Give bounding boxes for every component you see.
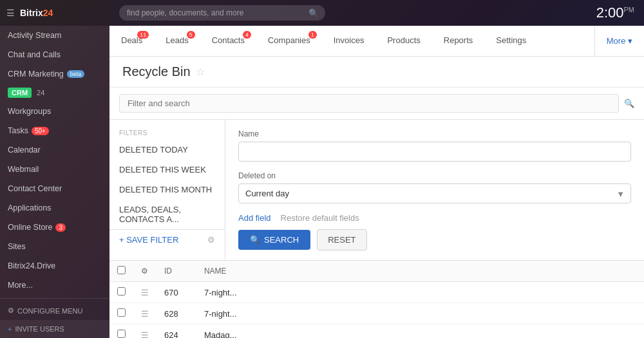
- filter-fields-panel: Name Deleted on Current day This week Th…: [225, 120, 644, 260]
- sidebar-item-chat-calls[interactable]: Chat and Calls: [0, 45, 109, 64]
- row-checkbox[interactable]: [117, 287, 126, 296]
- filter-section-title: FILTERS: [109, 126, 225, 140]
- reset-button[interactable]: RESET: [317, 229, 366, 250]
- row-menu-icon[interactable]: ☰: [141, 288, 149, 297]
- sidebar-item-bitrix24-drive[interactable]: Bitrix24.Drive: [0, 256, 109, 276]
- row-assigned: [473, 303, 601, 324]
- tab-deals[interactable]: Deals 11: [109, 26, 154, 56]
- search-input[interactable]: [119, 5, 325, 21]
- sidebar-item-crm-marketing[interactable]: CRM Marketing beta: [0, 64, 109, 84]
- online-store-badge: 3: [55, 223, 66, 232]
- filter-option-deleted-week[interactable]: DELETED THIS WEEK: [109, 160, 225, 180]
- row-name: 7-night...: [196, 282, 365, 303]
- configure-menu-label: CONFIGURE MENU: [17, 307, 82, 315]
- sidebar-item-label: More...: [8, 281, 33, 290]
- sidebar-item-label: Applications: [8, 203, 51, 212]
- sidebar-item-workgroups[interactable]: Workgroups: [0, 102, 109, 121]
- sidebar-bottom: ⚙ CONFIGURE MENU + INVITE USERS: [0, 296, 109, 338]
- row-type: [601, 324, 644, 339]
- sidebar-item-webmail[interactable]: Webmail: [0, 160, 109, 179]
- sidebar-item-label: Chat and Calls: [8, 50, 61, 59]
- tab-settings[interactable]: Settings: [484, 26, 538, 56]
- row-date: [365, 303, 473, 324]
- select-all-checkbox[interactable]: [117, 266, 126, 274]
- row-checkbox[interactable]: [117, 308, 126, 317]
- row-menu-icon[interactable]: ☰: [141, 330, 149, 339]
- row-checkbox[interactable]: [117, 330, 126, 338]
- sidebar-item-calendar[interactable]: Calendar: [0, 140, 109, 160]
- filter-option-deleted-today[interactable]: DELETED TODAY: [109, 140, 225, 160]
- row-date: [365, 324, 473, 339]
- filter-option-deleted-month[interactable]: DELETED THIS MONTH: [109, 180, 225, 200]
- sidebar-item-more[interactable]: More...: [0, 276, 109, 295]
- leads-badge: 5: [187, 31, 195, 39]
- tab-more[interactable]: More ▾: [594, 26, 644, 56]
- filter-save-button[interactable]: + SAVE FILTER: [119, 235, 178, 245]
- time-value: 2:00: [596, 5, 624, 21]
- configure-menu-button[interactable]: ⚙ CONFIGURE MENU: [0, 301, 109, 320]
- crm-marketing-badge: beta: [67, 70, 85, 78]
- sidebar-item-sites[interactable]: Sites: [0, 237, 109, 256]
- tab-leads-label: Leads: [166, 35, 188, 45]
- companies-badge: 1: [308, 31, 317, 39]
- hamburger-icon[interactable]: ☰: [6, 8, 15, 18]
- page-title: Recycle Bin: [122, 64, 191, 79]
- filter-option-leads-deals[interactable]: LEADS, DEALS, CONTACTS A...: [109, 200, 225, 229]
- tab-invoices[interactable]: Invoices: [322, 26, 376, 56]
- filter-actions-row: 🔍 SEARCH RESET: [238, 229, 631, 250]
- row-menu-icon[interactable]: ☰: [141, 309, 149, 319]
- sidebar-item-activity-stream[interactable]: Activity Stream: [0, 26, 109, 45]
- row-date: [365, 282, 473, 303]
- sidebar-item-crm[interactable]: CRM 24: [0, 84, 109, 102]
- gear-header: ⚙: [133, 261, 156, 282]
- tab-reports[interactable]: Reports: [432, 26, 485, 56]
- time-display: 2:00PM: [596, 5, 634, 21]
- sidebar-logo[interactable]: ☰ Bitrix 24: [0, 0, 109, 26]
- tab-companies[interactable]: Companies 1: [256, 26, 322, 56]
- sidebar-item-label: Webmail: [8, 165, 39, 174]
- sidebar-item-applications[interactable]: Applications: [0, 198, 109, 218]
- invite-users-button[interactable]: + INVITE USERS: [0, 320, 109, 338]
- filter-panel: FILTERS DELETED TODAY DELETED THIS WEEK …: [109, 120, 644, 261]
- topbar: 🔍 2:00PM: [109, 0, 644, 26]
- sidebar-item-label: Bitrix24.Drive: [8, 261, 55, 270]
- topbar-right: 2:00PM: [596, 5, 634, 21]
- invite-users-label: INVITE USERS: [15, 325, 64, 333]
- filter-gear-icon[interactable]: ⚙: [207, 235, 215, 245]
- restore-defaults-button[interactable]: Restore default fields: [281, 213, 359, 223]
- star-icon[interactable]: ☆: [196, 66, 205, 78]
- type-column-header: [601, 261, 644, 282]
- tab-products[interactable]: Products: [375, 26, 431, 56]
- sidebar-item-online-store[interactable]: Online Store 3: [0, 218, 109, 237]
- sidebar: ☰ Bitrix 24 Activity Stream Chat and Cal…: [0, 0, 109, 338]
- search-button[interactable]: 🔍 SEARCH: [238, 230, 310, 250]
- crm-count: 24: [37, 89, 44, 97]
- sidebar-item-contact-center[interactable]: Contact Center: [0, 179, 109, 198]
- name-column-header: NAME: [196, 261, 365, 282]
- date-column-header: [365, 261, 473, 282]
- table-header-row: ⚙ ID NAME: [109, 261, 644, 282]
- row-menu-cell: ☰: [133, 282, 156, 303]
- filter-options-panel: FILTERS DELETED TODAY DELETED THIS WEEK …: [109, 120, 225, 260]
- sidebar-item-label: Contact Center: [8, 184, 62, 193]
- tab-more-label: More ▾: [607, 36, 632, 46]
- name-filter-input[interactable]: [238, 142, 631, 162]
- tab-leads[interactable]: Leads 5: [154, 26, 200, 56]
- nav-tabs: Deals 11 Leads 5 Contacts 4 Companies 1 …: [109, 26, 644, 57]
- add-field-button[interactable]: Add field: [238, 213, 271, 223]
- table-row: ☰ 624 Madag...: [109, 324, 644, 339]
- filter-search-icon: 🔍: [624, 99, 634, 108]
- sidebar-item-label: Sites: [8, 242, 26, 251]
- sidebar-item-tasks[interactable]: Tasks 50+: [0, 121, 109, 140]
- sidebar-item-label: Activity Stream: [8, 31, 61, 40]
- filter-save-row: + SAVE FILTER ⚙: [109, 229, 225, 250]
- sidebar-item-label: Online Store: [8, 223, 52, 232]
- tab-invoices-label: Invoices: [334, 35, 365, 45]
- search-box: 🔍: [119, 5, 325, 21]
- filter-search-input[interactable]: [119, 94, 619, 113]
- tab-contacts[interactable]: Contacts 4: [200, 26, 256, 56]
- crm-label: CRM: [8, 88, 32, 98]
- deleted-on-select[interactable]: Current day This week This month Custom …: [238, 183, 631, 203]
- filter-search-bar: 🔍: [109, 88, 644, 120]
- search-button-label: SEARCH: [264, 235, 299, 245]
